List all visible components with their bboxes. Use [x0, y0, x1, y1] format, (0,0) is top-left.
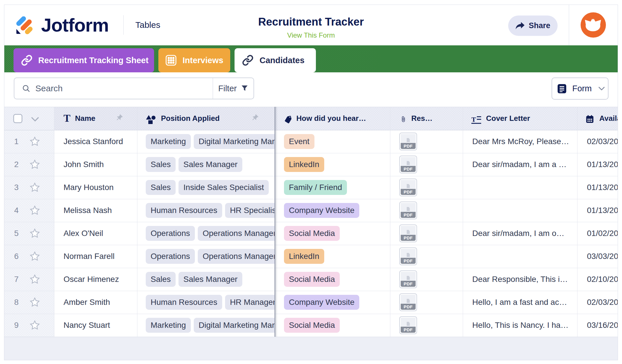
svg-text:T: T — [64, 114, 70, 124]
svg-text:T: T — [471, 116, 476, 123]
